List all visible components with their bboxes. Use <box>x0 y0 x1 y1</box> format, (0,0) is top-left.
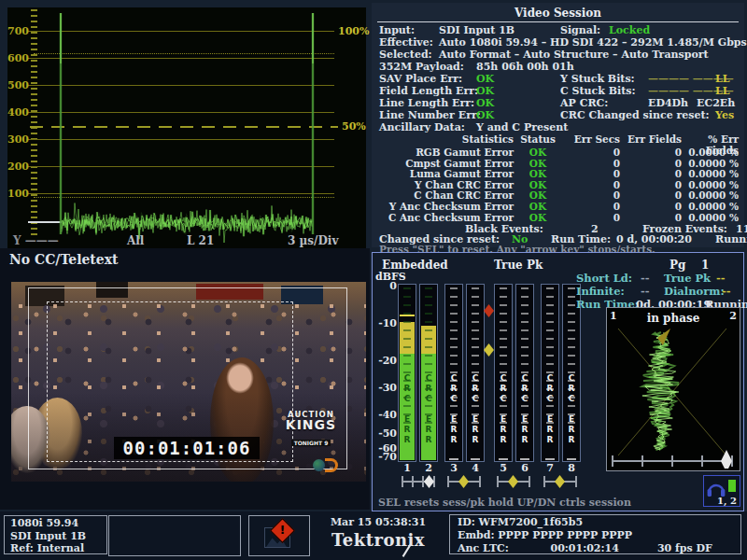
crc-error-text: CRC ERR <box>445 373 462 445</box>
meter-floor-mark <box>520 458 529 460</box>
phase-balance-indicator-7-8 <box>543 474 577 489</box>
audio-scale-label: -40 <box>373 409 397 421</box>
stat-err-secs: 0 <box>562 189 620 201</box>
bar-number: 6 <box>515 462 534 474</box>
payload-value: 85h 06h 00h 01h <box>476 61 574 73</box>
embedded-status-row: Embd: PPPP PPPP PPPP PPPP <box>458 529 740 542</box>
bar-number: 2 <box>419 462 438 474</box>
effective-label: Effective: <box>379 36 433 49</box>
bug-line-2: KINGS <box>282 419 340 431</box>
cc-status-label: No CC/Teletext <box>9 252 119 267</box>
id-label: ID: <box>458 516 479 528</box>
signal-value: Locked <box>609 24 650 36</box>
audio-scale-label: -70 <box>373 451 397 463</box>
stat-status: OK <box>514 201 562 212</box>
c-stuck-bits-label: C Stuck Bits: <box>560 85 636 97</box>
crc-error-text: CRC ERR <box>420 373 437 445</box>
meter-floor-mark <box>449 458 458 460</box>
line-length-err-label: Line Length Err: <box>379 97 474 109</box>
stat-pct: 0.0000 % <box>682 212 740 223</box>
stat-err-secs: 0 <box>562 147 620 158</box>
audio-meter-bar-1: CRC ERR <box>398 284 416 462</box>
instrument-id-box: ID: WFM7200_1f65b5 Embd: PPPP PPPP PPPP … <box>449 514 741 554</box>
short-ld-value: -- <box>641 272 650 285</box>
payload-label: 352M Payload: <box>379 61 464 73</box>
meter-floor-mark <box>545 458 555 460</box>
short-ld-label: Short Ld: <box>576 272 632 285</box>
line-length-err-value: OK <box>476 97 494 109</box>
anc-ltc-value: 00:01:02:14 <box>509 542 619 555</box>
video-session-tile[interactable]: Video Session Input: SDI Input 1B Signal… <box>372 3 744 247</box>
audio-page-value: 1 <box>701 259 709 272</box>
headphone-icon <box>706 479 726 497</box>
dialnorm-label: Dialnorm: <box>664 285 725 298</box>
balance-diamond <box>508 475 518 488</box>
peak-program-level-marker <box>484 304 494 317</box>
stat-status: OK <box>514 212 562 223</box>
empty-status-box <box>108 515 241 556</box>
anc-ltc-label: Anc LTC: <box>458 542 509 554</box>
stat-name: RGB Gamut Error <box>375 147 514 158</box>
crc-error-text: CRC ERR <box>516 373 533 445</box>
headphone-output-box[interactable]: 1, 2 <box>703 475 740 507</box>
audio-meter-bar-4: CRC ERR <box>466 284 485 462</box>
crc-error-text: CRC ERR <box>542 373 558 445</box>
ap-crc-label: AP CRC: <box>560 97 608 109</box>
waveform-filter-label: All <box>127 234 144 247</box>
stat-err-fields: 0 <box>620 179 682 190</box>
table-row: C Anc Checksum Error OK 0 0 0.0000 % <box>375 212 740 223</box>
lissajous-trace <box>607 308 738 469</box>
audio-meter-bar-5: CRC ERR <box>494 284 513 462</box>
stat-err-fields: 0 <box>620 168 682 179</box>
table-row: Luma Gamut Error OK 0 0 0.0000 % <box>375 168 740 179</box>
stat-err-secs: 0 <box>562 212 620 223</box>
crc-error-text: CRC ERR <box>495 373 512 445</box>
meter-floor-mark <box>499 458 508 460</box>
audio-scale-label: -50 <box>373 427 397 440</box>
crc-error-text: CRC ERR <box>563 373 580 445</box>
audio-meter-type-label: True Pk <box>494 259 543 272</box>
field-length-err-label: Field Length Err: <box>379 85 478 97</box>
phase-balance-indicator-3-4 <box>447 474 481 489</box>
instrument-id-row: ID: WFM7200_1f65b5 <box>458 516 740 529</box>
channel-bug: AUCTION KINGS TONIGHT 9 <box>282 411 340 449</box>
ancillary-data-label: Ancillary Data: <box>379 121 465 133</box>
picture-tile[interactable]: No CC/Teletext 00:01:01:06 AUCTION KINGS… <box>0 248 370 510</box>
selected-label: Selected: <box>379 49 432 61</box>
ap-crc-value-2: EC2Eh <box>697 97 735 109</box>
crc-changed-value: Yes <box>715 109 734 121</box>
stat-err-fields: 0 <box>620 212 682 223</box>
waveform-channel-label: Y ——— <box>13 234 59 247</box>
waveform-tile[interactable]: 700 600 500 400 300 200 100 100% 50% Y —… <box>7 7 366 248</box>
wfm7200-screen: 700 600 500 400 300 200 100 100% 50% Y —… <box>0 0 747 560</box>
line-number-err-value: OK <box>476 109 494 121</box>
stat-err-fields: 0 <box>620 158 682 169</box>
stat-name: Y Chan CRC Error <box>375 179 514 190</box>
stat-err-secs: 0 <box>562 179 620 190</box>
crc-error-text: CRC ERR <box>399 373 416 445</box>
status-bar: 1080i 59.94 SDI Input 1B Ref: Internal !… <box>0 511 747 560</box>
phase-balance-indicator-5-6 <box>497 474 530 489</box>
stat-status: OK <box>514 168 562 179</box>
headphone-level-indicator <box>728 480 736 492</box>
bar-number: 5 <box>494 462 513 474</box>
tektronix-logo: Tektronix <box>314 530 443 550</box>
session-state: Running <box>715 233 747 245</box>
input-value: SDI Input 1B <box>439 24 514 36</box>
stat-name: Cmpst Gamut Error <box>375 158 514 169</box>
embd-label: Embd: <box>458 529 498 541</box>
audio-tile[interactable]: Embedded True Pk Pg 1 dBFS 0 -10 -20 -30… <box>372 252 744 511</box>
alarm-status-box: ! <box>248 515 310 556</box>
title-rule <box>377 21 739 22</box>
bar-number: 1 <box>398 462 416 474</box>
table-row: Cmpst Gamut Error OK 0 0 0.0000 % <box>375 158 740 169</box>
stat-pct: 0.0000 % <box>682 147 740 158</box>
burned-in-timecode: 00:01:01:06 <box>114 437 260 459</box>
waveform-trace <box>7 7 366 248</box>
input-status-box: 1080i 59.94 SDI Input 1B Ref: Internal <box>4 515 107 554</box>
meter-floor-mark <box>471 458 480 460</box>
sav-place-err-label: SAV Place Err: <box>379 73 462 85</box>
effective-value: Auto 1080i 59.94 – HD SDI 422 – 292M 1.4… <box>439 36 747 49</box>
reference-level-marker <box>484 343 494 357</box>
ap-crc-value-1: ED4Dh <box>648 97 688 109</box>
